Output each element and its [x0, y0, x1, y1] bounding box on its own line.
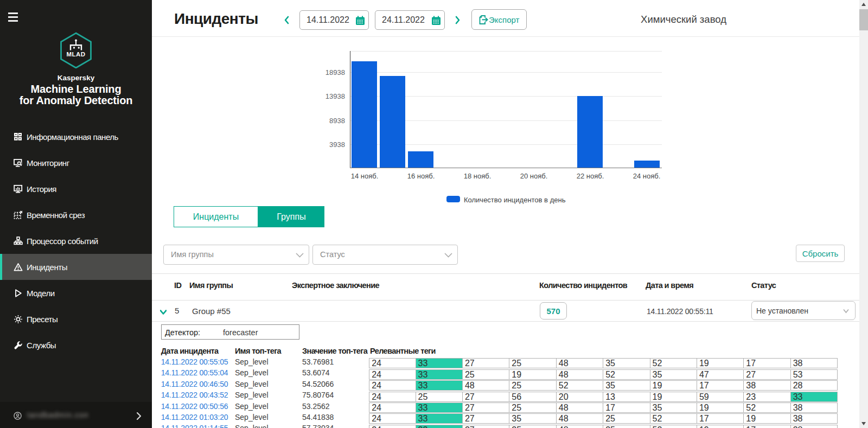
- svg-text:MLAD: MLAD: [66, 51, 85, 58]
